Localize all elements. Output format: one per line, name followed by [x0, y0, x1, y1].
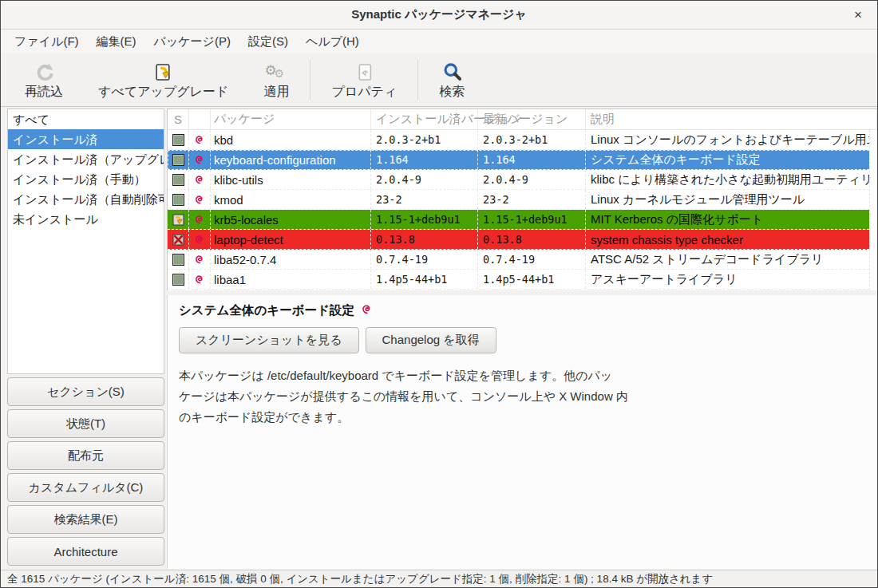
installed-version: 1.4p5-44+b1 [371, 270, 478, 289]
menubar: ファイル(F) 編集(E) パッケージ(P) 設定(S) ヘルプ(H) [1, 30, 877, 53]
status-button[interactable]: 状態(T) [7, 409, 164, 438]
filter-item-installed-upgradable[interactable]: インストール済（アップグレード可） [8, 149, 164, 169]
installed-version: 0.7.4-19 [371, 250, 478, 269]
debian-swirl-icon [189, 150, 211, 169]
upgrade-all-icon [152, 59, 174, 83]
latest-version: 2.0.4-9 [478, 170, 586, 189]
table-row[interactable]: klibc-utils 2.0.4-9 2.0.4-9 klibc により構築さ… [168, 170, 877, 190]
details-panel: システム全体のキーボード設定 スクリーンショットを見る Changelog を取… [167, 295, 877, 569]
description-line: ケージは本パッケージが提供するこの情報を用いて、コンソール上や X Window… [179, 386, 866, 407]
status-installed-icon [168, 170, 189, 189]
package-description: klibc により構築された小さな起動初期用ユーティリティ [586, 170, 877, 189]
search-results-button[interactable]: 検索結果(E) [7, 505, 164, 534]
status-reinstall-icon [168, 210, 189, 229]
table-row[interactable]: libaa1 1.4p5-44+b1 1.4p5-44+b1 アスキーアートライ… [168, 270, 877, 290]
apply-gears-icon: ⚙⚙ [264, 59, 288, 83]
latest-version: 23-2 [478, 190, 586, 209]
package-description: Linux カーネルモジュール管理用ツール [586, 190, 877, 209]
header-description[interactable]: 説明 [586, 109, 877, 129]
view-switch-buttons: セクション(S) 状態(T) 配布元 カスタムフィルタ(C) 検索結果(E) A… [7, 377, 164, 566]
package-name: liba52-0.7.4 [211, 250, 371, 269]
details-title: システム全体のキーボード設定 [179, 302, 354, 319]
menu-package[interactable]: パッケージ(P) [145, 31, 239, 53]
installed-version: 1.15-1+deb9u1 [371, 210, 478, 229]
apply-button[interactable]: ⚙⚙ 適用 [246, 57, 307, 102]
package-description: システム全体のキーボード設定 [586, 150, 877, 169]
menu-edit[interactable]: 編集(E) [88, 31, 145, 53]
debian-swirl-icon [189, 270, 211, 289]
package-description: system chassis type checker [586, 230, 877, 249]
header-latest-version[interactable]: 最新バージョン [478, 109, 586, 129]
table-row-marked-reinstall[interactable]: krb5-locales 1.15-1+deb9u1 1.15-1+deb9u1… [168, 210, 877, 230]
menu-help[interactable]: ヘルプ(H) [297, 31, 368, 53]
search-icon [441, 59, 463, 83]
status-installed-icon [168, 270, 189, 289]
menu-file[interactable]: ファイル(F) [6, 31, 88, 53]
installed-version: 1.164 [371, 150, 478, 169]
package-long-description: 本パッケージは /etc/default/keyboard でキーボード設定を管… [179, 365, 866, 428]
table-row[interactable]: kbd 2.0.3-2+b1 2.0.3-2+b1 Linux コンソールのフォ… [168, 130, 877, 150]
package-name: krb5-locales [211, 210, 371, 229]
filter-item-not-installed[interactable]: 未インストール [8, 209, 164, 229]
installed-version: 23-2 [371, 190, 478, 209]
window-title: Synaptic パッケージマネージャ [351, 7, 527, 22]
filter-item-all[interactable]: すべて [8, 109, 164, 129]
custom-filters-button[interactable]: カスタムフィルタ(C) [7, 473, 164, 502]
package-name: klibc-utils [211, 170, 371, 189]
debian-swirl-icon [189, 250, 211, 269]
reload-button[interactable]: 再読込 [7, 57, 81, 102]
package-name: libaa1 [211, 270, 371, 289]
reload-icon [34, 59, 55, 83]
package-description: アスキーアートライブラリ [586, 270, 877, 289]
latest-version: 0.13.8 [478, 230, 586, 249]
header-package[interactable]: パッケージ [211, 109, 371, 129]
filter-list: すべて インストール済 インストール済（アップグレード可） インストール済（手動… [7, 109, 164, 374]
installed-version: 0.13.8 [371, 230, 478, 249]
filter-item-installed[interactable]: インストール済 [8, 129, 164, 149]
origin-button[interactable]: 配布元 [7, 441, 164, 470]
table-row[interactable]: liba52-0.7.4 0.7.4-19 0.7.4-19 ATSC A/52… [168, 250, 877, 270]
details-title-row: システム全体のキーボード設定 [179, 302, 866, 319]
package-name: kbd [211, 130, 371, 149]
debian-swirl-icon [189, 170, 211, 189]
header-status[interactable]: S [168, 109, 189, 129]
search-button[interactable]: 検索 [421, 57, 482, 102]
header-installed-version[interactable]: インストール済バージョン [371, 109, 478, 129]
latest-version: 1.15-1+deb9u1 [478, 210, 586, 229]
properties-button[interactable]: プロパティ [314, 57, 414, 102]
debian-swirl-icon [361, 303, 373, 318]
latest-version: 1.164 [478, 150, 586, 169]
installed-version: 2.0.4-9 [371, 170, 478, 189]
status-installed-icon [168, 250, 189, 269]
close-icon[interactable]: × [848, 6, 868, 24]
details-buttons: スクリーンショットを見る Changelog を取得 [179, 327, 866, 353]
debian-swirl-icon [189, 210, 211, 229]
upgrade-all-button[interactable]: すべてアップグレード [81, 57, 246, 102]
package-name: kmod [211, 190, 371, 209]
description-line: のキーボード設定ができます。 [179, 407, 866, 428]
view-screenshot-button[interactable]: スクリーンショットを見る [179, 327, 359, 353]
status-installed-icon [168, 130, 189, 149]
architecture-button[interactable]: Architecture [7, 537, 164, 566]
filter-item-installed-autoremovable[interactable]: インストール済（自動削除可能） [8, 189, 164, 209]
status-removal-icon [168, 230, 189, 249]
sections-button[interactable]: セクション(S) [7, 377, 164, 406]
debian-swirl-icon [189, 130, 211, 149]
properties-icon [354, 59, 375, 83]
main-content: すべて インストール済 インストール済（アップグレード可） インストール済（手動… [1, 107, 877, 569]
package-name: laptop-detect [211, 230, 371, 249]
table-row-marked-removal[interactable]: laptop-detect 0.13.8 0.13.8 system chass… [168, 230, 877, 250]
table-row[interactable]: kmod 23-2 23-2 Linux カーネルモジュール管理用ツール [168, 190, 877, 210]
status-installed-icon [168, 150, 189, 169]
titlebar: Synaptic パッケージマネージャ × [1, 1, 877, 30]
package-description: Linux コンソールのフォントおよびキーテーブル用ユーティリティ [586, 130, 877, 149]
toolbar-separator [310, 60, 310, 100]
debian-swirl-icon [189, 190, 211, 209]
get-changelog-button[interactable]: Changelog を取得 [366, 327, 496, 353]
header-supported[interactable] [189, 109, 211, 129]
menu-settings[interactable]: 設定(S) [239, 31, 297, 53]
description-line: 本パッケージは /etc/default/keyboard でキーボード設定を管… [179, 365, 866, 386]
table-row-selected[interactable]: keyboard-configuration 1.164 1.164 システム全… [168, 150, 877, 170]
package-name: keyboard-configuration [211, 150, 371, 169]
filter-item-installed-manual[interactable]: インストール済（手動） [8, 169, 164, 189]
